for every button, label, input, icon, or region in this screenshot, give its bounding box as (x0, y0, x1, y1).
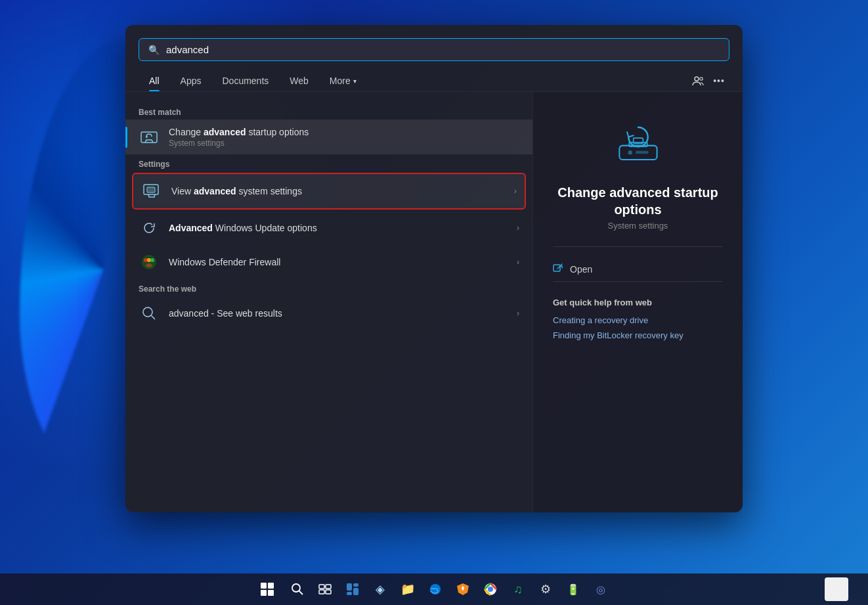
help-item-2[interactable]: Finding my BitLocker recovery key (553, 328, 723, 343)
result-item-web-search[interactable]: advanced - See web results › (125, 296, 532, 330)
chevron-right-icon-windows-update: › (517, 223, 519, 233)
result-text-web-search: advanced - See web results (169, 307, 508, 319)
open-label: Open (570, 264, 592, 275)
taskbar-edge[interactable] (423, 577, 447, 601)
svg-rect-20 (261, 583, 267, 589)
svg-rect-21 (268, 583, 274, 589)
help-label: Get quick help from web (553, 298, 723, 307)
svg-point-24 (292, 584, 300, 592)
taskbar-chrome[interactable] (479, 577, 502, 601)
svg-line-12 (152, 316, 156, 320)
taskbar-fileexplorer[interactable]: 📁 (396, 577, 420, 601)
svg-rect-18 (553, 265, 560, 271)
filter-tabs: All Apps Documents Web More ▾ ••• (125, 68, 743, 92)
startup-icon (139, 127, 160, 148)
divider-2 (553, 281, 723, 282)
svg-point-0 (695, 77, 699, 81)
svg-rect-4 (147, 187, 155, 192)
svg-rect-29 (326, 590, 331, 594)
taskbar: ◈ 📁 ♫ ⚙ 🔋 ◎ (0, 573, 868, 605)
recovery-icon (609, 122, 668, 168)
ellipsis-icon: ••• (713, 76, 725, 86)
chevron-right-icon-web-search: › (517, 309, 519, 318)
start-button[interactable] (255, 577, 279, 601)
taskbar-widgets[interactable] (341, 577, 364, 601)
chevron-down-icon: ▾ (353, 78, 357, 85)
taskbar-battery[interactable]: 🔋 (561, 577, 585, 601)
result-item-view-advanced[interactable]: View advanced system settings › (132, 173, 526, 210)
tab-apps[interactable]: Apps (170, 70, 212, 91)
chevron-right-icon-view-advanced: › (514, 187, 517, 196)
tab-all[interactable]: All (139, 70, 170, 91)
svg-rect-30 (347, 583, 352, 591)
svg-rect-23 (268, 590, 274, 596)
search-bar-container: 🔍 advanced (125, 25, 743, 68)
svg-rect-17 (635, 151, 648, 154)
more-options-button[interactable]: ••• (708, 70, 729, 91)
result-title-defender: Windows Defender Firewall (169, 256, 508, 268)
svg-point-16 (628, 150, 632, 155)
monitor-icon (141, 181, 162, 202)
svg-rect-26 (319, 585, 324, 589)
right-panel-subtitle: System settings (608, 221, 668, 231)
svg-point-11 (143, 307, 152, 317)
tab-web[interactable]: Web (279, 70, 319, 91)
search-icon: 🔍 (148, 45, 160, 55)
result-title-windows-update: Advanced Windows Update options (169, 222, 508, 234)
help-item-1[interactable]: Creating a recovery drive (553, 313, 723, 328)
right-panel-app-icon (605, 118, 671, 171)
notification-square[interactable] (825, 577, 848, 601)
people-icon (692, 75, 704, 87)
result-item-change-startup[interactable]: Change advanced startup options System s… (125, 120, 532, 154)
svg-point-9 (150, 258, 154, 262)
tab-more[interactable]: More ▾ (319, 70, 367, 91)
firewall-icon (139, 252, 160, 273)
right-panel-title: Change advanced startup options (553, 184, 723, 218)
right-panel: Change advanced startup options System s… (532, 92, 743, 512)
search-panel: 🔍 advanced All Apps Documents Web More ▾… (125, 25, 743, 512)
result-text-view-advanced: View advanced system settings (171, 185, 505, 197)
search-input[interactable]: advanced (166, 44, 720, 55)
taskbar-brave[interactable] (451, 577, 475, 601)
svg-point-1 (700, 78, 703, 80)
result-text-defender: Windows Defender Firewall (169, 256, 508, 268)
svg-rect-31 (353, 583, 358, 587)
search-bar[interactable]: 🔍 advanced (139, 38, 729, 61)
taskbar-teams[interactable]: ◈ (368, 577, 392, 601)
best-match-label: Best match (125, 102, 532, 120)
taskbar-spotify[interactable]: ♫ (506, 577, 530, 601)
svg-point-35 (488, 587, 493, 592)
result-item-windows-update[interactable]: Advanced Windows Update options › (125, 211, 532, 245)
taskbar-settings[interactable]: ⚙ (534, 577, 557, 601)
tab-documents[interactable]: Documents (211, 70, 279, 91)
web-search-icon (139, 303, 160, 324)
settings-label: Settings (125, 154, 532, 171)
svg-rect-22 (261, 590, 267, 596)
result-title-view-advanced: View advanced system settings (171, 185, 505, 197)
result-item-defender[interactable]: Windows Defender Firewall › (125, 245, 532, 279)
svg-rect-32 (347, 592, 352, 595)
result-subtitle-change-startup: System settings (169, 139, 519, 148)
svg-rect-27 (326, 585, 331, 589)
open-action[interactable]: Open (553, 258, 723, 281)
refresh-icon (139, 217, 160, 238)
taskbar-discord[interactable]: ◎ (589, 577, 613, 601)
divider (553, 246, 723, 247)
active-indicator (125, 127, 127, 148)
svg-line-25 (299, 591, 303, 595)
result-text-windows-update: Advanced Windows Update options (169, 222, 508, 234)
more-label: More (330, 76, 351, 86)
people-icon-button[interactable] (687, 70, 708, 91)
result-title-change-startup: Change advanced startup options (169, 126, 519, 138)
result-text-change-startup: Change advanced startup options System s… (169, 126, 519, 148)
chevron-right-icon-defender: › (517, 258, 519, 267)
search-web-label: Search the web (125, 279, 532, 296)
svg-rect-28 (319, 590, 324, 594)
taskbar-search[interactable] (286, 577, 309, 601)
left-panel: Best match Change advanced startup optio… (125, 92, 532, 512)
taskbar-taskview[interactable] (313, 577, 337, 601)
search-content: Best match Change advanced startup optio… (125, 92, 743, 512)
open-icon (553, 263, 563, 276)
result-title-web-search: advanced - See web results (169, 307, 508, 319)
svg-rect-33 (353, 588, 358, 595)
